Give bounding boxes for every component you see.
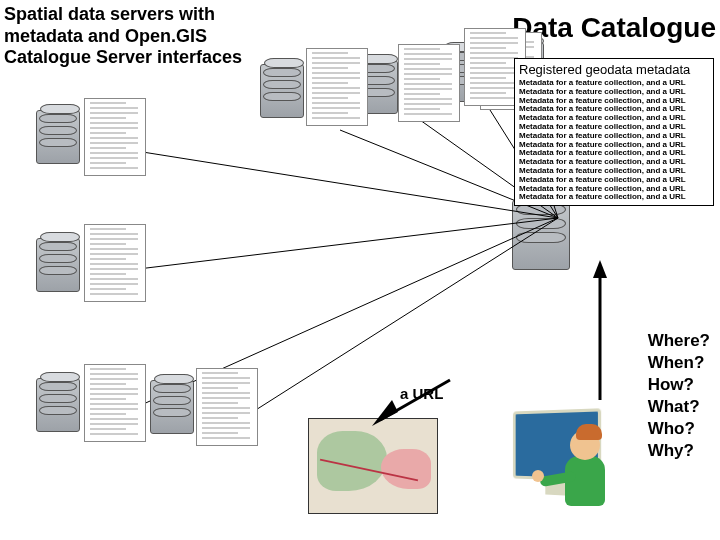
spatial-server-icon [260,64,304,118]
spatial-server-icon [36,378,80,432]
catalogue-metadata-list: Metadata for a feature collection, and a… [519,79,709,202]
question-why: Why? [648,440,710,462]
question-where: Where? [648,330,710,352]
metadata-document-icon [196,368,258,446]
question-how: How? [648,374,710,396]
url-label: a URL [400,385,443,402]
catalogue-server-icon [512,200,570,270]
question-when: When? [648,352,710,374]
user-at-computer-icon [450,400,650,530]
svg-line-3 [240,218,558,420]
spatial-server-icon [36,110,80,164]
catalogue-panel: Registered geodata metadata Metadata for… [514,58,714,206]
catalogue-metadata-line: Metadata for a feature collection, and a… [519,193,709,202]
metadata-document-icon [84,98,146,176]
spatial-server-icon [36,238,80,292]
svg-marker-8 [593,260,607,278]
spatial-server-icon [150,380,194,434]
svg-line-1 [130,218,558,270]
svg-line-0 [130,150,558,218]
question-what: What? [648,396,710,418]
metadata-document-icon [84,364,146,442]
person-icon [570,430,605,506]
question-list: Where? When? How? What? Who? Why? [648,330,710,463]
question-who: Who? [648,418,710,440]
metadata-document-icon [84,224,146,302]
catalogue-subtitle: Registered geodata metadata [519,62,709,77]
metadata-document-icon [306,48,368,126]
svg-line-2 [130,218,558,410]
result-map-thumbnail [308,418,438,514]
metadata-document-icon [398,44,460,122]
title-spatial-servers: Spatial data servers with metadata and O… [4,4,244,69]
